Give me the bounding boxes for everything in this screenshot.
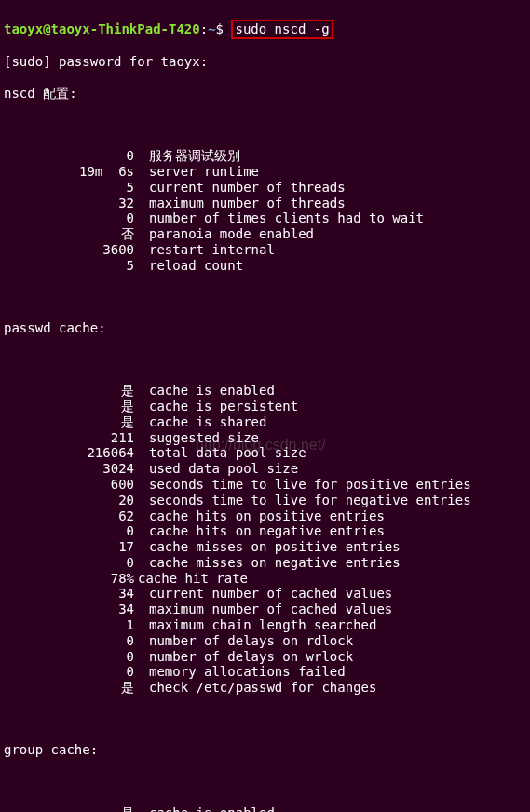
output-row: 0memory allocations failed [4,664,526,680]
config-section: 0服务器调试级别19m 6sserver runtime5current num… [4,148,526,273]
row-label: seconds time to live for positive entrie… [134,477,471,493]
row-label: check /etc/passwd for changes [134,680,376,696]
row-value: 20 [4,493,134,508]
terminal-output: taoyx@taoyx-ThinkPad-T420:~$ sudo nscd -… [4,4,526,812]
row-value: 34 [4,602,134,617]
output-row: 216064total data pool size [4,445,526,461]
output-row: 78%cache hit rate [4,571,526,587]
row-value: 5 [4,180,134,196]
row-label: cache is enabled [134,383,275,399]
prompt-line[interactable]: taoyx@taoyx-ThinkPad-T420:~$ sudo nscd -… [4,20,526,39]
output-row: 0number of delays on rdlock [4,633,526,649]
output-row: 1maximum chain length searched [4,617,526,633]
output-row: 0number of delays on wrlock [4,649,526,665]
output-row: 是cache is shared [4,414,526,430]
output-row: 20seconds time to live for negative entr… [4,493,526,508]
row-value: 0 [4,210,134,226]
row-label: used data pool size [134,461,298,477]
group-section: 是cache is enabled是cache is persistent是ca… [4,805,526,812]
row-value: 600 [4,477,134,493]
row-value: 是 [4,399,134,414]
output-row: 是cache is enabled [4,805,526,812]
output-row: 0服务器调试级别 [4,148,526,164]
output-row: 211suggested size [4,430,526,446]
row-value: 211 [4,430,134,446]
output-row: 32maximum number of threads [4,196,526,211]
output-row: 62cache hits on positive entries [4,508,526,524]
prompt-symbol: $ [216,21,224,36]
row-label: maximum chain length searched [134,617,376,633]
row-label: memory allocations failed [134,664,346,680]
output-row: 0number of times clients had to wait [4,210,526,226]
row-label: number of delays on rdlock [134,633,353,649]
output-row: 是check /etc/passwd for changes [4,680,526,696]
output-row: 否paranoia mode enabled [4,226,526,242]
output-row: 0cache hits on negative entries [4,523,526,539]
output-row: 19m 6sserver runtime [4,164,526,180]
command-text: sudo nscd -g [231,20,333,39]
output-row: 34current number of cached values [4,586,526,602]
output-row: 3600restart internal [4,242,526,258]
row-value: 是 [4,680,134,696]
row-label: maximum number of threads [134,196,346,211]
row-label: server runtime [134,164,259,180]
row-label: cache is enabled [134,805,275,812]
output-row: 17cache misses on positive entries [4,539,526,555]
row-label: cache hit rate [134,571,248,587]
row-label: current number of cached values [134,586,392,602]
row-label: cache misses on positive entries [134,539,401,555]
row-value: 否 [4,226,134,242]
row-value: 是 [4,414,134,430]
row-label: paranoia mode enabled [134,226,314,242]
output-row: 600seconds time to live for positive ent… [4,477,526,493]
row-value: 是 [4,805,134,812]
row-value: 32 [4,196,134,211]
row-value: 216064 [4,445,134,461]
row-value: 5 [4,258,134,274]
row-label: maximum number of cached values [134,602,392,617]
row-value: 0 [4,633,134,649]
row-value: 0 [4,649,134,665]
row-label: cache misses on negative entries [134,555,401,571]
prompt-path: ~ [208,21,215,36]
row-label: cache is persistent [134,399,298,414]
output-row: 5current number of threads [4,180,526,196]
row-label: number of delays on wrlock [134,649,353,665]
row-value: 17 [4,539,134,555]
row-value: 1 [4,617,134,633]
output-row: 是cache is persistent [4,399,526,414]
row-label: 服务器调试级别 [134,148,240,164]
sudo-prompt: [sudo] password for taoyx: [4,54,526,70]
passwd-section: 是cache is enabled是cache is persistent是ca… [4,383,526,696]
row-label: reload count [134,258,243,274]
output-row: 5reload count [4,258,526,274]
row-value: 62 [4,508,134,524]
row-value: 3024 [4,461,134,477]
row-label: current number of threads [134,180,346,196]
group-header: group cache: [4,742,526,758]
row-value: 78% [4,571,134,587]
row-value: 0 [4,664,134,680]
output-row: 34maximum number of cached values [4,602,526,617]
row-value: 0 [4,148,134,164]
prompt-user-host: taoyx@taoyx-ThinkPad-T420 [4,21,200,36]
row-value: 0 [4,555,134,571]
row-label: cache hits on negative entries [134,523,385,539]
row-value: 0 [4,523,134,539]
output-row: 0cache misses on negative entries [4,555,526,571]
row-label: total data pool size [134,445,306,461]
row-value: 是 [4,383,134,399]
passwd-header: passwd cache: [4,320,526,336]
row-label: seconds time to live for negative entrie… [134,493,471,508]
config-header: nscd 配置: [4,86,526,102]
output-row: 3024used data pool size [4,461,526,477]
row-value: 34 [4,586,134,602]
row-label: restart internal [134,242,275,258]
row-value: 19m 6s [4,164,134,180]
row-label: cache is shared [134,414,266,430]
row-label: number of times clients had to wait [134,210,424,226]
row-value: 3600 [4,242,134,258]
output-row: 是cache is enabled [4,383,526,399]
row-label: cache hits on positive entries [134,508,385,524]
row-label: suggested size [134,430,259,446]
